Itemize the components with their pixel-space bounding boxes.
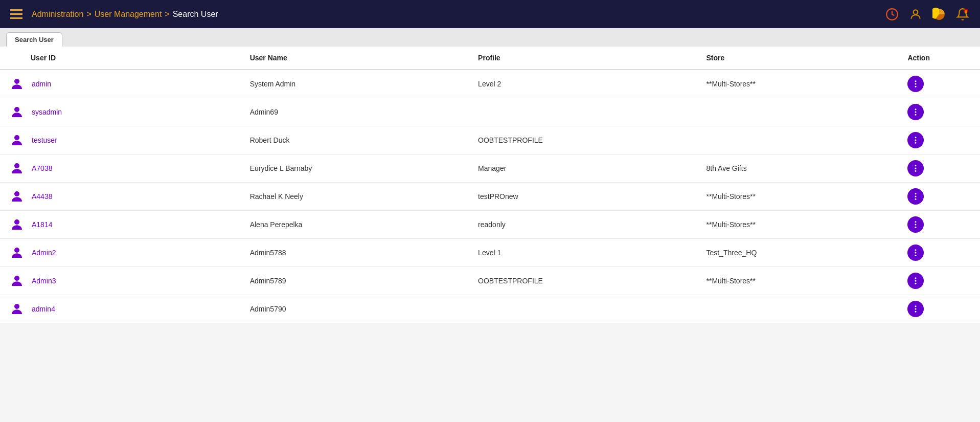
user-table: User ID User Name Profile Store Action a… xyxy=(0,47,980,323)
svg-point-11 xyxy=(915,114,917,116)
table-wrapper[interactable]: User ID User Name Profile Store Action a… xyxy=(0,47,980,323)
svg-point-12 xyxy=(14,135,19,140)
col-header-profile: Profile xyxy=(470,47,698,70)
cell-store: Test_Three_HQ xyxy=(698,239,900,267)
cell-username: Robert Duck xyxy=(242,126,470,154)
svg-point-14 xyxy=(915,140,917,141)
svg-text:1: 1 xyxy=(965,10,967,13)
svg-point-19 xyxy=(915,170,917,172)
cell-username: Eurydice L Barnaby xyxy=(242,154,470,183)
cell-store: 8th Ave Gifts xyxy=(698,154,900,183)
user-id-link[interactable]: A1814 xyxy=(32,220,52,229)
table-header-row: User ID User Name Profile Store Action xyxy=(0,47,980,70)
cell-action xyxy=(899,70,980,98)
breadcrumb-user-mgmt[interactable]: User Management xyxy=(95,10,162,19)
svg-point-22 xyxy=(915,196,917,197)
user-id-link[interactable]: admin4 xyxy=(32,305,55,313)
cell-userid: Admin2 xyxy=(0,239,242,267)
svg-point-20 xyxy=(14,191,19,196)
cell-userid: testuser xyxy=(0,126,242,154)
cell-userid: sysadmin xyxy=(0,98,242,126)
col-header-userid: User ID xyxy=(0,47,242,70)
user-id-link[interactable]: testuser xyxy=(32,136,57,144)
clock-icon[interactable] xyxy=(885,7,899,21)
cell-store: **Multi-Stores** xyxy=(698,267,900,295)
user-avatar xyxy=(8,300,26,318)
table-row: admin System AdminLevel 2**Multi-Stores*… xyxy=(0,70,980,98)
action-menu-button[interactable] xyxy=(907,273,924,289)
user-id-link[interactable]: A7038 xyxy=(32,164,52,172)
svg-point-13 xyxy=(915,137,917,138)
action-menu-button[interactable] xyxy=(907,245,924,261)
tab-bar: Search User xyxy=(0,28,980,47)
chart-icon[interactable] xyxy=(932,7,946,21)
user-avatar xyxy=(8,216,26,233)
svg-point-5 xyxy=(915,80,917,82)
cell-action xyxy=(899,239,980,267)
cell-profile: Level 1 xyxy=(470,239,698,267)
action-menu-button[interactable] xyxy=(907,301,924,317)
svg-point-21 xyxy=(915,193,917,194)
col-header-username: User Name xyxy=(242,47,470,70)
user-avatar xyxy=(8,131,26,149)
cell-store xyxy=(698,98,900,126)
cell-profile: readonly xyxy=(470,211,698,239)
user-id-link[interactable]: admin xyxy=(32,80,51,88)
user-id-link[interactable]: Admin2 xyxy=(32,249,56,257)
cell-profile: OOBTESTPROFILE xyxy=(470,267,698,295)
svg-point-25 xyxy=(915,221,917,223)
action-menu-button[interactable] xyxy=(907,216,924,233)
cell-action xyxy=(899,126,980,154)
user-id-link[interactable]: A4438 xyxy=(32,192,52,201)
svg-point-36 xyxy=(14,304,19,309)
cell-profile: testPROnew xyxy=(470,183,698,211)
user-avatar xyxy=(8,188,26,205)
action-menu-button[interactable] xyxy=(907,160,924,176)
cell-store: **Multi-Stores** xyxy=(698,183,900,211)
svg-point-6 xyxy=(915,83,917,85)
user-id-link[interactable]: Admin3 xyxy=(32,277,56,285)
bell-icon[interactable]: 1 xyxy=(955,7,970,21)
cell-action xyxy=(899,183,980,211)
user-avatar xyxy=(8,244,26,261)
svg-point-16 xyxy=(14,163,19,168)
cell-profile: OOBTESTPROFILE xyxy=(470,126,698,154)
svg-point-15 xyxy=(915,142,917,144)
user-profile-icon[interactable] xyxy=(908,7,923,21)
breadcrumb-search: Search User xyxy=(173,10,218,19)
user-id-link[interactable]: sysadmin xyxy=(32,108,62,116)
action-menu-button[interactable] xyxy=(907,76,924,92)
cell-store: **Multi-Stores** xyxy=(698,211,900,239)
cell-action xyxy=(899,295,980,323)
svg-point-39 xyxy=(915,311,917,313)
cell-username: Admin69 xyxy=(242,98,470,126)
menu-button[interactable] xyxy=(10,9,22,19)
svg-point-30 xyxy=(915,252,917,254)
cell-action xyxy=(899,211,980,239)
svg-point-17 xyxy=(915,165,917,166)
svg-point-32 xyxy=(14,276,19,281)
table-row: sysadmin Admin69 xyxy=(0,98,980,126)
header: Administration > User Management > Searc… xyxy=(0,0,980,28)
svg-point-37 xyxy=(915,305,917,307)
cell-store xyxy=(698,295,900,323)
cell-userid: A4438 xyxy=(0,183,242,211)
main-content: User ID User Name Profile Store Action a… xyxy=(0,47,980,323)
action-menu-button[interactable] xyxy=(907,188,924,205)
svg-point-35 xyxy=(915,283,917,284)
action-menu-button[interactable] xyxy=(907,132,924,148)
tab-search-user[interactable]: Search User xyxy=(6,32,62,47)
breadcrumb: Administration > User Management > Searc… xyxy=(32,10,218,19)
cell-profile: Manager xyxy=(470,154,698,183)
breadcrumb-admin[interactable]: Administration xyxy=(32,10,83,19)
svg-point-38 xyxy=(915,308,917,310)
cell-action xyxy=(899,154,980,183)
table-row: A1814 Alena Perepelkareadonly**Multi-Sto… xyxy=(0,211,980,239)
table-row: A7038 Eurydice L BarnabyManager8th Ave G… xyxy=(0,154,980,183)
breadcrumb-sep1: > xyxy=(86,10,91,19)
table-row: admin4 Admin5790 xyxy=(0,295,980,323)
col-header-action: Action xyxy=(899,47,980,70)
action-menu-button[interactable] xyxy=(907,104,924,120)
table-row: testuser Robert DuckOOBTESTPROFILE xyxy=(0,126,980,154)
cell-userid: A1814 xyxy=(0,211,242,239)
